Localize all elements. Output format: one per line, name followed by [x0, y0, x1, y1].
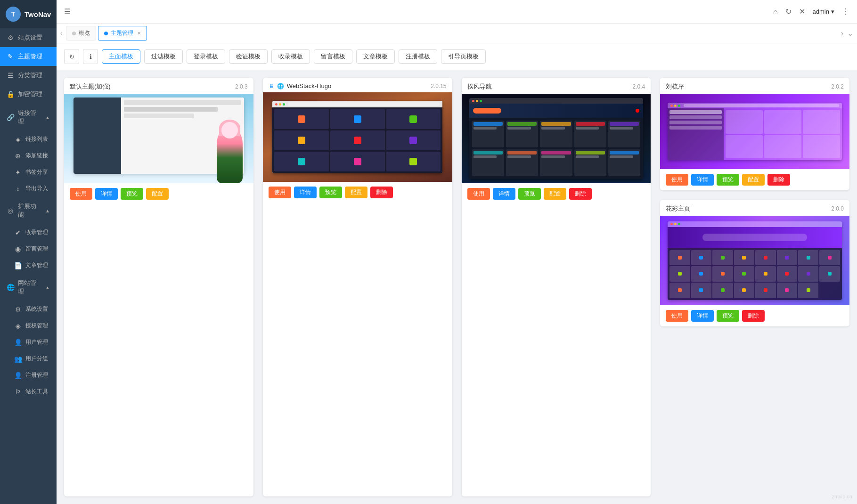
sidebar-item-bookmark[interactable]: ✦ 书签分享	[5, 164, 57, 180]
sidebar-item-usergroup[interactable]: 👥 用户分组	[5, 350, 57, 367]
list-icon: ☰	[7, 72, 14, 79]
collect-icon: ✔	[14, 229, 22, 236]
btn-config-default[interactable]: 配置	[146, 188, 169, 200]
sidebar-item-site-manage[interactable]: 🌐 网站管理 ▲	[0, 274, 57, 301]
theme-card-liushupian: 刘梳序 2.0.2	[660, 78, 849, 190]
filter-login-btn[interactable]: 登录模板	[187, 49, 225, 64]
tab-prev-arrow[interactable]: ‹	[60, 30, 62, 37]
dropdown-icon: ▾	[831, 8, 834, 15]
btn-config-liushupian[interactable]: 配置	[742, 174, 765, 186]
tab-nav: 概览 主题管理 ✕	[66, 26, 841, 41]
more-icon[interactable]: ⋮	[842, 7, 849, 16]
sidebar-item-user[interactable]: 👤 用户管理	[5, 334, 57, 350]
tab-close-theme[interactable]: ✕	[137, 31, 141, 36]
sidebar-item-extend[interactable]: ◎ 扩展功能 ▲	[0, 197, 57, 224]
btn-delete-liushupian[interactable]: 删除	[767, 174, 790, 186]
theme-version-kuaifeng: 2.0.4	[633, 83, 645, 90]
btn-use-default[interactable]: 使用	[70, 188, 92, 200]
extend-icon: ◎	[7, 207, 14, 214]
filter-refresh-btn[interactable]: ↻	[64, 49, 79, 64]
col4-stack: 刘梳序 2.0.2	[660, 78, 849, 496]
filter-collect-btn[interactable]: 收录模板	[271, 49, 310, 64]
filter-register-btn[interactable]: 注册模板	[399, 49, 437, 64]
btn-detail-liushupian[interactable]: 详情	[691, 174, 714, 186]
filter-comment-btn[interactable]: 留言模板	[314, 49, 352, 64]
sidebar: T TwoNav ⚙ 站点设置 ✎ 主题管理 ☰ 分类管理 🔒 加密管理 🔗 链…	[0, 0, 57, 504]
admin-label: admin	[813, 8, 829, 15]
sidebar-item-category[interactable]: ☰ 分类管理	[0, 66, 57, 85]
user-icon: 👤	[14, 339, 22, 346]
btn-detail-huacai[interactable]: 详情	[691, 310, 714, 322]
btn-config-kuaifeng[interactable]: 配置	[544, 188, 566, 200]
tab-next-arrow[interactable]: ›	[841, 29, 843, 38]
sidebar-item-export[interactable]: ↕ 导出导入	[5, 180, 57, 197]
btn-delete-webstack[interactable]: 删除	[370, 187, 393, 198]
refresh-icon[interactable]: ↻	[785, 7, 792, 16]
btn-detail-kuaifeng[interactable]: 详情	[493, 188, 515, 200]
theme-name-webstack: WebStack-Hugo	[287, 82, 331, 89]
btn-preview-kuaifeng[interactable]: 预览	[518, 188, 541, 200]
theme-card-webstack: 🖥 🌐 WebStack-Hugo 2.0.15	[263, 78, 452, 496]
link-icon: 🔗	[7, 114, 14, 121]
tab-theme[interactable]: 主题管理 ✕	[98, 26, 147, 41]
btn-delete-huacai[interactable]: 删除	[742, 310, 765, 322]
sidebar-item-webmaster[interactable]: 🏳 站长工具	[5, 383, 57, 400]
sidebar-header: T TwoNav	[0, 0, 57, 28]
menu-toggle-icon[interactable]: ☰	[64, 7, 71, 16]
extend-submenu: ✔ 收录管理 ◉ 留言管理 📄 文章管理	[0, 224, 57, 274]
close-icon[interactable]: ✕	[799, 7, 805, 16]
sidebar-item-collect[interactable]: ✔ 收录管理	[5, 224, 57, 241]
admin-menu[interactable]: admin ▾	[813, 8, 834, 15]
btn-preview-liushupian[interactable]: 预览	[717, 174, 739, 186]
home-icon[interactable]: ⌂	[773, 8, 778, 16]
sidebar-item-link-list[interactable]: ◈ 链接列表	[5, 131, 57, 147]
theme-name-link-webstack: 🖥 🌐 WebStack-Hugo	[269, 82, 331, 89]
sidebar-item-auth[interactable]: ◈ 授权管理	[5, 317, 57, 334]
sidebar-item-theme[interactable]: ✎ 主题管理	[0, 47, 57, 66]
theme-preview-webstack	[263, 92, 452, 182]
webmaster-icon: 🏳	[14, 388, 22, 396]
btn-preview-huacai[interactable]: 预览	[717, 310, 739, 322]
filter-verify-btn[interactable]: 验证模板	[229, 49, 268, 64]
btn-preview-default[interactable]: 预览	[121, 188, 143, 200]
sidebar-item-add-link[interactable]: ⊕ 添加链接	[5, 147, 57, 164]
theme-name-default: 默认主题(加强)	[70, 82, 111, 91]
tab-expand-arrow[interactable]: ⌄	[847, 29, 853, 38]
auth-icon: ◈	[14, 322, 22, 330]
btn-preview-webstack[interactable]: 预览	[319, 187, 342, 198]
filter-info-btn[interactable]: ℹ	[83, 49, 98, 64]
filter-guide-btn[interactable]: 引导页模板	[441, 49, 486, 64]
lock-icon: 🔒	[7, 90, 14, 98]
sidebar-item-article[interactable]: 📄 文章管理	[5, 257, 57, 274]
sidebar-item-link-management[interactable]: 🔗 链接管理 ▲	[0, 104, 57, 131]
chevron-up-icon3: ▲	[45, 285, 50, 290]
theme-preview-default	[64, 94, 253, 183]
sidebar-item-register[interactable]: 👤 注册管理	[5, 367, 57, 383]
tab-overview[interactable]: 概览	[66, 26, 96, 41]
filter-filter-btn[interactable]: 过滤模板	[144, 49, 183, 64]
btn-delete-kuaifeng[interactable]: 删除	[569, 188, 592, 200]
tab-label-theme: 主题管理	[111, 29, 133, 37]
btn-use-kuaifeng[interactable]: 使用	[467, 188, 490, 200]
app-logo: T	[6, 7, 21, 22]
theme-actions-webstack: 使用 详情 预览 配置 删除	[263, 182, 452, 203]
topbar: ☰ ⌂ ↻ ✕ admin ▾ ⋮	[57, 0, 857, 24]
link-submenu: ◈ 链接列表 ⊕ 添加链接 ✦ 书签分享 ↕ 导出导入	[0, 131, 57, 197]
btn-config-webstack[interactable]: 配置	[345, 187, 367, 198]
globe-icon: 🌐	[277, 83, 284, 89]
btn-use-huacai[interactable]: 使用	[666, 310, 688, 322]
btn-use-webstack[interactable]: 使用	[269, 187, 291, 198]
sidebar-item-site-settings[interactable]: ⚙ 站点设置	[0, 28, 57, 47]
sidebar-item-encrypt[interactable]: 🔒 加密管理	[0, 85, 57, 104]
theme-icon: ✎	[7, 53, 14, 60]
site-submenu: ⚙ 系统设置 ◈ 授权管理 👤 用户管理 👥 用户分组 👤 注册管理 🏳 站长工…	[0, 301, 57, 400]
sidebar-item-system[interactable]: ⚙ 系统设置	[5, 301, 57, 317]
btn-detail-default[interactable]: 详情	[95, 188, 118, 200]
filter-main-btn[interactable]: 主面模板	[102, 49, 140, 64]
sidebar-item-comment[interactable]: ◉ 留言管理	[5, 241, 57, 257]
btn-detail-webstack[interactable]: 详情	[294, 187, 317, 198]
theme-preview-huacai	[660, 216, 849, 305]
tab-dot-theme	[104, 32, 108, 35]
btn-use-liushupian[interactable]: 使用	[666, 174, 688, 186]
filter-article-btn[interactable]: 文章模板	[356, 49, 395, 64]
